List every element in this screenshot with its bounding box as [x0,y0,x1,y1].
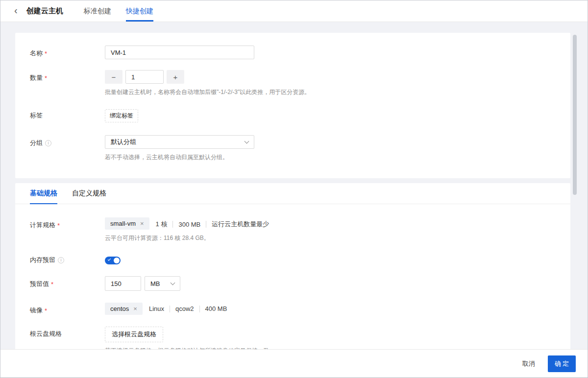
image-meta: Linux qcow2 400 MB [149,303,227,312]
field-row-root-disk: 根云盘规格 选择根云盘规格 若不选择云盘规格，根云盘规格默认与所选镜像的容量保持… [30,327,556,349]
footer-bar: 取消 确定 [0,349,588,378]
basic-info-card: 名称 * 数量 * − + 批量创建云主机 [15,33,570,178]
required-mark: * [57,222,60,229]
chevron-down-icon [245,139,249,143]
image-chip[interactable]: centos × [105,303,143,315]
field-row-count: 数量 * − + 批量创建云主机时，名称将会自动增加后缀"-1/-2/-3"以此… [30,70,556,96]
compute-spec-chip[interactable]: small-vm × [105,217,149,230]
chip-label: centos [110,305,129,312]
plus-button[interactable]: + [167,70,184,84]
chevron-down-icon [171,280,175,285]
required-mark: * [51,281,53,288]
field-row-tag: 标签 绑定标签 [30,109,556,122]
confirm-button[interactable]: 确定 [548,355,576,372]
spec-card: 基础规格 自定义规格 计算规格 * small-vm [15,183,570,349]
divider [199,306,200,312]
memory-reserve-label: 内存预留 i [30,254,105,264]
divider [206,221,206,228]
close-icon[interactable]: × [133,306,137,312]
group-select-value: 默认分组 [111,138,136,146]
compute-spec-label: 计算规格 * [30,217,105,230]
header-tabs: 标准创建 快捷创建 [84,0,168,22]
tab-custom-spec[interactable]: 自定义规格 [72,183,106,204]
root-disk-help-text: 若不选择云盘规格，根云盘规格默认与所选镜像的容量保持一致。 [105,347,556,349]
tab-standard-create[interactable]: 标准创建 [84,0,111,22]
create-vm-window: ‹ 创建云主机 标准创建 快捷创建 名称 * [0,0,588,378]
tab-label: 标准创建 [84,7,111,16]
field-row-name: 名称 * [30,46,556,59]
toggle-knob [114,258,120,263]
name-input[interactable] [105,46,254,59]
quantity-input[interactable] [125,70,164,84]
required-mark: * [45,74,47,82]
header: ‹ 创建云主机 标准创建 快捷创建 [0,0,588,22]
quantity-stepper: − + [105,70,556,84]
compute-spec-help-text: 云平台可用计算资源：116 核 28.4 GB。 [105,234,556,242]
root-disk-label: 根云盘规格 [30,327,105,338]
back-icon[interactable]: ‹ [14,5,18,15]
tab-label: 快捷创建 [126,7,153,16]
compute-spec-meta: 1 核 300 MB 运行云主机数量最少 [156,217,270,229]
field-row-image: 镜像 * centos × Linux qcow2 [30,303,556,315]
reserve-unit-select[interactable]: MB [145,276,180,291]
group-select[interactable]: 默认分组 [105,135,254,149]
memory-reserve-toggle[interactable] [105,257,121,264]
divider [172,221,173,228]
group-label: 分组 i [30,135,105,147]
required-mark: * [45,307,47,314]
field-row-reserve-value: 预留值 * MB [30,276,556,291]
reserve-value-input[interactable] [105,276,141,291]
bind-tag-button[interactable]: 绑定标签 [105,109,138,122]
reserve-value-label: 预留值 * [30,276,105,288]
field-row-memory-reserve: 内存预留 i [30,254,556,266]
tab-basic-spec[interactable]: 基础规格 [30,183,57,204]
form-scroll-area: 名称 * 数量 * − + 批量创建云主机 [0,22,588,349]
count-help-text: 批量创建云主机时，名称将会自动增加后缀"-1/-2/-3"以此类推，用于区分资源… [105,88,556,96]
field-row-group: 分组 i 默认分组 若不手动选择，云主机将自动归属至默认分组。 [30,135,556,162]
cancel-button[interactable]: 取消 [522,359,535,368]
required-mark: * [45,50,47,57]
reserve-unit-value: MB [150,280,160,287]
page-title: 创建云主机 [26,6,63,16]
tab-quick-create[interactable]: 快捷创建 [126,0,153,22]
count-label: 数量 * [30,70,105,82]
check-icon [108,258,111,260]
info-icon[interactable]: i [45,140,51,146]
info-icon[interactable]: i [58,257,64,263]
chip-label: small-vm [110,220,136,227]
image-label: 镜像 * [30,303,105,315]
divider [170,306,170,312]
spec-tabs: 基础规格 自定义规格 [15,183,570,204]
close-icon[interactable]: × [140,220,144,227]
minus-button[interactable]: − [105,70,122,84]
name-label: 名称 * [30,46,105,58]
select-root-disk-button[interactable]: 选择根云盘规格 [105,327,163,342]
tag-label: 标签 [30,109,105,120]
scrollbar-thumb[interactable] [573,35,577,195]
group-help-text: 若不手动选择，云主机将自动归属至默认分组。 [105,153,556,162]
field-row-compute-spec: 计算规格 * small-vm × 1 核 300 M [30,217,556,242]
